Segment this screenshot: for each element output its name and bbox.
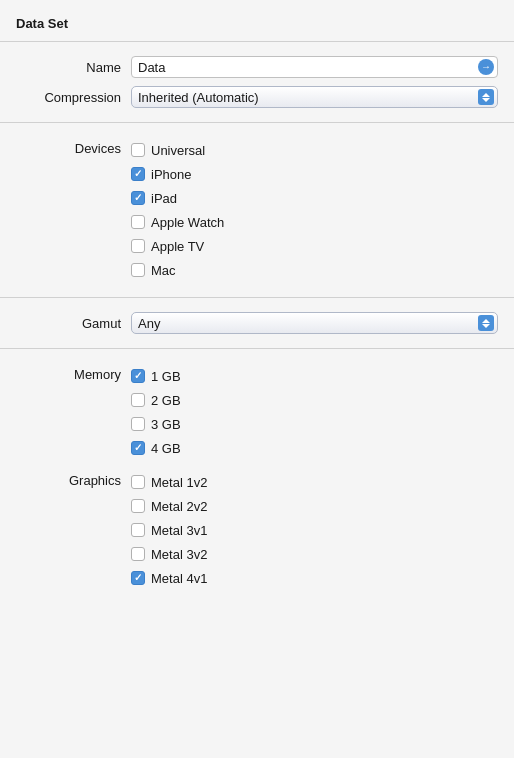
graphics-label: Graphics xyxy=(16,471,121,488)
graphics-metal1v2-checkbox[interactable] xyxy=(131,475,145,489)
device-apple-watch-item: Apple Watch xyxy=(131,211,224,233)
device-apple-tv-label: Apple TV xyxy=(151,240,204,253)
compression-row: Compression Inherited (Automatic) Lossle… xyxy=(0,82,514,112)
devices-section: Devices Universal iPhone iPad xyxy=(0,122,514,297)
gamut-select-wrapper: Any sRGB Display P3 xyxy=(131,312,498,334)
memory-1gb-label: 1 GB xyxy=(151,370,181,383)
data-set-panel: Data Set Name Compression Inherited (Aut… xyxy=(0,0,514,625)
memory-3gb-item: 3 GB xyxy=(131,413,181,435)
memory-2gb-checkbox[interactable] xyxy=(131,393,145,407)
graphics-metal2v2-label: Metal 2v2 xyxy=(151,500,207,513)
device-ipad-item: iPad xyxy=(131,187,224,209)
graphics-metal1v2-label: Metal 1v2 xyxy=(151,476,207,489)
memory-3gb-checkbox[interactable] xyxy=(131,417,145,431)
name-row: Name xyxy=(0,52,514,82)
device-universal-checkbox[interactable] xyxy=(131,143,145,157)
graphics-row: Graphics Metal 1v2 Metal 2v2 Metal 3v1 M… xyxy=(0,465,514,595)
gamut-label: Gamut xyxy=(16,316,121,331)
gamut-row: Gamut Any sRGB Display P3 xyxy=(0,308,514,338)
device-ipad-label: iPad xyxy=(151,192,177,205)
device-iphone-checkbox[interactable] xyxy=(131,167,145,181)
graphics-metal3v1-item: Metal 3v1 xyxy=(131,519,207,541)
graphics-metal3v2-checkbox[interactable] xyxy=(131,547,145,561)
memory-4gb-checkbox[interactable] xyxy=(131,441,145,455)
memory-1gb-item: 1 GB xyxy=(131,365,181,387)
memory-2gb-label: 2 GB xyxy=(151,394,181,407)
compression-label: Compression xyxy=(16,90,121,105)
device-apple-tv-checkbox[interactable] xyxy=(131,239,145,253)
panel-title: Data Set xyxy=(0,16,514,41)
device-iphone-item: iPhone xyxy=(131,163,224,185)
memory-row: Memory 1 GB 2 GB 3 GB 4 GB xyxy=(0,359,514,465)
device-apple-watch-checkbox[interactable] xyxy=(131,215,145,229)
memory-2gb-item: 2 GB xyxy=(131,389,181,411)
name-field-wrapper xyxy=(131,56,498,78)
gamut-field-wrapper: Any sRGB Display P3 xyxy=(131,312,498,334)
device-apple-watch-label: Apple Watch xyxy=(151,216,224,229)
device-mac-item: Mac xyxy=(131,259,224,281)
memory-section: Memory 1 GB 2 GB 3 GB 4 GB xyxy=(0,348,514,605)
compression-field-wrapper: Inherited (Automatic) Lossless Lossy xyxy=(131,86,498,108)
device-ipad-checkbox[interactable] xyxy=(131,191,145,205)
name-label: Name xyxy=(16,60,121,75)
compression-select[interactable]: Inherited (Automatic) Lossless Lossy xyxy=(131,86,498,108)
gamut-section: Gamut Any sRGB Display P3 xyxy=(0,297,514,348)
memory-1gb-checkbox[interactable] xyxy=(131,369,145,383)
graphics-metal4v1-item: Metal 4v1 xyxy=(131,567,207,589)
devices-row: Devices Universal iPhone iPad xyxy=(0,133,514,287)
devices-label: Devices xyxy=(16,139,121,156)
graphics-metal3v2-label: Metal 3v2 xyxy=(151,548,207,561)
device-mac-label: Mac xyxy=(151,264,176,277)
memory-label: Memory xyxy=(16,365,121,382)
graphics-metal4v1-checkbox[interactable] xyxy=(131,571,145,585)
device-mac-checkbox[interactable] xyxy=(131,263,145,277)
graphics-metal3v1-checkbox[interactable] xyxy=(131,523,145,537)
compression-select-wrapper: Inherited (Automatic) Lossless Lossy xyxy=(131,86,498,108)
memory-4gb-label: 4 GB xyxy=(151,442,181,455)
memory-3gb-label: 3 GB xyxy=(151,418,181,431)
name-input[interactable] xyxy=(131,56,498,78)
graphics-check-group: Metal 1v2 Metal 2v2 Metal 3v1 Metal 3v2 … xyxy=(131,471,207,589)
name-arrow-icon[interactable] xyxy=(478,59,494,75)
device-apple-tv-item: Apple TV xyxy=(131,235,224,257)
memory-check-group: 1 GB 2 GB 3 GB 4 GB xyxy=(131,365,181,459)
graphics-metal2v2-item: Metal 2v2 xyxy=(131,495,207,517)
device-universal-item: Universal xyxy=(131,139,224,161)
graphics-metal1v2-item: Metal 1v2 xyxy=(131,471,207,493)
device-iphone-label: iPhone xyxy=(151,168,191,181)
devices-check-group: Universal iPhone iPad Apple Watch xyxy=(131,139,224,281)
graphics-metal2v2-checkbox[interactable] xyxy=(131,499,145,513)
graphics-metal3v2-item: Metal 3v2 xyxy=(131,543,207,565)
graphics-metal4v1-label: Metal 4v1 xyxy=(151,572,207,585)
memory-4gb-item: 4 GB xyxy=(131,437,181,459)
gamut-select[interactable]: Any sRGB Display P3 xyxy=(131,312,498,334)
graphics-metal3v1-label: Metal 3v1 xyxy=(151,524,207,537)
device-universal-label: Universal xyxy=(151,144,205,157)
